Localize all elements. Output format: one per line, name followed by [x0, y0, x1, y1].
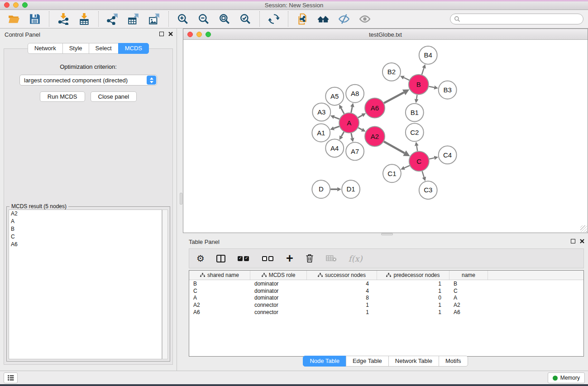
graph-node-D1[interactable]: D1: [342, 180, 360, 198]
memory-button[interactable]: Memory: [548, 372, 585, 383]
checkboxes-checked-icon[interactable]: [237, 253, 250, 264]
houses-icon[interactable]: [317, 13, 329, 25]
graph-node-B[interactable]: B: [409, 75, 429, 95]
float-panel-icon[interactable]: [159, 32, 164, 36]
save-session-icon[interactable]: [29, 13, 41, 25]
zoom-selected-icon[interactable]: [239, 13, 251, 25]
table-row[interactable]: Bdominator41B: [189, 280, 583, 287]
checkboxes-unchecked-icon[interactable]: [262, 253, 274, 264]
graph-edge-A-A8[interactable]: [351, 107, 353, 113]
export-image-icon[interactable]: [148, 13, 160, 25]
tab-style[interactable]: Style: [62, 43, 89, 54]
close-panel-icon[interactable]: [168, 32, 173, 36]
graph-edge-B-B2[interactable]: [404, 77, 409, 80]
graph-edge-A6-B[interactable]: [384, 92, 404, 103]
task-history-button[interactable]: [4, 372, 18, 383]
copy-network-icon[interactable]: [296, 13, 308, 25]
tab-motifs[interactable]: Motifs: [439, 356, 468, 367]
graph-edge-A-A3[interactable]: [334, 117, 339, 119]
graph-edge-C-C2[interactable]: [416, 146, 417, 151]
float-table-panel-icon[interactable]: [571, 239, 575, 243]
network-window-titlebar[interactable]: testGlobe.txt: [183, 29, 588, 40]
graph-node-C3[interactable]: C3: [419, 181, 437, 199]
graph-node-B2[interactable]: B2: [382, 63, 401, 81]
result-item[interactable]: B: [9, 225, 162, 233]
graph-node-A5[interactable]: A5: [325, 87, 344, 105]
run-mcds-button[interactable]: Run MCDS: [40, 91, 85, 102]
eye-icon[interactable]: [359, 13, 371, 25]
resize-grip[interactable]: [580, 225, 587, 232]
import-network-icon[interactable]: [57, 13, 69, 25]
result-item[interactable]: A6: [9, 241, 162, 248]
mcds-result-list[interactable]: A2ABCA6: [9, 210, 162, 359]
open-file-icon[interactable]: [8, 13, 20, 25]
graph-node-A3[interactable]: A3: [312, 103, 330, 121]
graph-edge-B-B3[interactable]: [429, 86, 434, 87]
graph-node-D[interactable]: D: [312, 180, 330, 198]
graph-edge-A-A2[interactable]: [358, 128, 362, 129]
zoom-fit-icon[interactable]: [219, 13, 230, 25]
table-row[interactable]: Adominator80A: [189, 295, 583, 302]
close-table-panel-icon[interactable]: [580, 239, 584, 243]
tab-node-table[interactable]: Node Table: [303, 356, 346, 367]
graph-node-A8[interactable]: A8: [346, 85, 364, 103]
tab-select[interactable]: Select: [89, 43, 119, 54]
columns-icon[interactable]: [216, 253, 225, 264]
graph-edge-C-C4[interactable]: [429, 158, 434, 159]
zoom-out-icon[interactable]: [198, 13, 210, 25]
graph-edge-B-B1[interactable]: [416, 95, 417, 99]
table-row[interactable]: A2connector11A2: [189, 301, 583, 309]
graph-node-B1[interactable]: B1: [406, 104, 424, 122]
tab-network-table[interactable]: Network Table: [388, 356, 439, 367]
column-header-MCDS-role[interactable]: MCDS role: [250, 271, 307, 280]
graph-edge-A-A1[interactable]: [334, 126, 339, 128]
export-table-icon[interactable]: [128, 13, 139, 25]
column-header-successor-nodes[interactable]: successor nodes: [307, 271, 377, 280]
zoom-in-icon[interactable]: [177, 13, 189, 25]
graph-edge-C-C3[interactable]: [422, 171, 424, 177]
graph-node-A6[interactable]: A6: [365, 98, 385, 118]
column-header-shared-name[interactable]: shared name: [189, 271, 250, 280]
graph-edge-A2-C[interactable]: [384, 142, 405, 153]
graph-edge-A-A4[interactable]: [341, 132, 344, 136]
graph-node-A7[interactable]: A7: [346, 142, 364, 160]
result-item[interactable]: C: [9, 233, 162, 241]
column-header-name[interactable]: name: [449, 271, 488, 280]
graph-node-C1[interactable]: C1: [383, 164, 401, 182]
import-table-icon[interactable]: [78, 13, 90, 25]
tab-network[interactable]: Network: [28, 43, 63, 54]
table-row[interactable]: A6connector11A6: [189, 309, 583, 316]
search-input[interactable]: [460, 14, 583, 24]
graph-node-A4[interactable]: A4: [325, 139, 344, 157]
graph-node-B3[interactable]: B3: [439, 81, 457, 99]
graph-node-B4[interactable]: B4: [419, 46, 437, 64]
tab-edge-table[interactable]: Edge Table: [346, 356, 389, 367]
result-item[interactable]: A2: [9, 210, 162, 218]
eye-slash-icon[interactable]: [338, 13, 350, 25]
column-header-predecessor-nodes[interactable]: predecessor nodes: [377, 271, 449, 280]
graph-node-A2[interactable]: A2: [365, 127, 385, 147]
gear-icon[interactable]: ⚙: [196, 253, 205, 264]
vertical-splitter-handle[interactable]: [180, 193, 182, 205]
graph-edge-B-B4[interactable]: [422, 68, 424, 75]
result-scrollbar[interactable]: [162, 210, 168, 359]
graph-edge-A-A5[interactable]: [341, 108, 344, 114]
refresh-icon[interactable]: [268, 13, 280, 25]
graph-node-A1[interactable]: A1: [312, 124, 330, 142]
graph-edge-A-A7[interactable]: [351, 133, 352, 138]
optimization-criterion-select[interactable]: largest connected component (directed): [19, 75, 157, 86]
horizontal-splitter-handle[interactable]: [381, 233, 393, 235]
close-panel-button[interactable]: Close panel: [91, 91, 137, 102]
tab-mcds[interactable]: MCDS: [118, 43, 149, 54]
trash-icon[interactable]: [305, 253, 314, 264]
result-item[interactable]: A: [9, 218, 162, 225]
graph-node-C2[interactable]: C2: [406, 124, 424, 142]
graph-edge-C-C1[interactable]: [404, 166, 410, 168]
table-row[interactable]: Cdominator41C: [189, 287, 583, 295]
graph-node-A[interactable]: A: [339, 113, 359, 133]
graph-node-C4[interactable]: C4: [439, 146, 457, 164]
export-network-icon[interactable]: [107, 13, 119, 25]
add-icon[interactable]: +: [286, 253, 293, 264]
network-canvas[interactable]: B4B2BB3B1A5A8A6A3AA1A2C2A4A7C4CC1C3DD1: [184, 40, 587, 232]
graph-edge-A-A6[interactable]: [358, 115, 362, 118]
